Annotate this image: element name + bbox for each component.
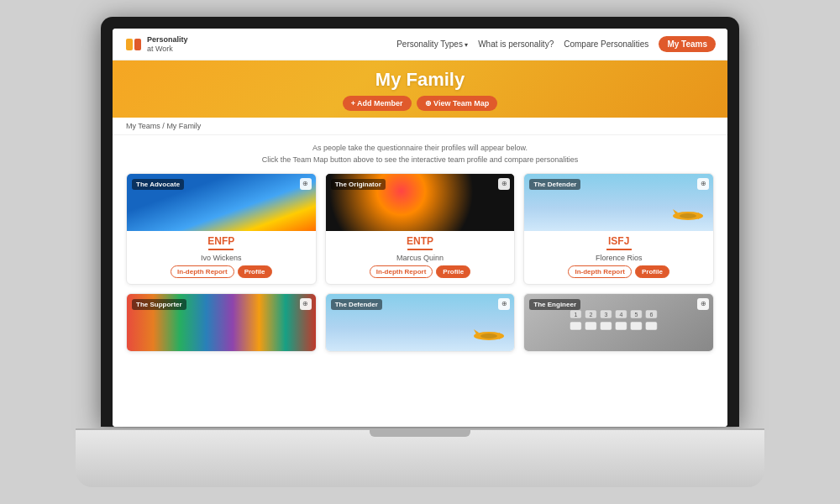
logo-icon (124, 35, 143, 54)
svg-rect-0 (126, 39, 133, 50)
laptop-container: Personality at Work Personality Types Wh… (76, 17, 764, 487)
card-image-defender-2: The Defender ⊕ (326, 294, 515, 351)
card-label-advocate: The Advocate (132, 179, 184, 190)
profile-button-2[interactable]: Profile (635, 265, 669, 278)
card-type-originator: ENTP (333, 235, 508, 247)
in-depth-report-button-0[interactable]: In-depth Report (171, 265, 234, 278)
nav-personality-types[interactable]: Personality Types (396, 39, 468, 49)
svg-text:4: 4 (620, 312, 623, 318)
card-body-originator: ENTP Marcus Quinn In-depth Report Profil… (326, 231, 515, 284)
card-body-advocate: ENFP Ivo Wickens In-depth Report Profile (127, 231, 316, 284)
svg-marker-4 (698, 213, 703, 219)
card-type-advocate: ENFP (134, 235, 309, 247)
view-team-map-button[interactable]: ⊕ View Team Map (417, 96, 498, 111)
instructions: As people take the questionnaire their p… (126, 142, 714, 166)
svg-rect-20 (631, 322, 643, 330)
card-label-defender: The Defender (529, 179, 580, 190)
svg-rect-18 (601, 322, 612, 330)
share-icon-1[interactable]: ⊕ (498, 178, 510, 190)
card-name-defender: Florence Rios (531, 254, 706, 262)
card-image-engineer: 1 2 3 4 5 6 The Engineer ⊕ (524, 294, 713, 351)
laptop-base (76, 428, 764, 487)
nav-compare[interactable]: Compare Personalities (564, 39, 648, 49)
share-icon-5[interactable]: ⊕ (697, 298, 709, 310)
nav-what-is-personality[interactable]: What is personality? (478, 39, 554, 49)
profile-button-1[interactable]: Profile (436, 265, 470, 278)
card-image-advocate: The Advocate ⊕ (127, 174, 316, 231)
laptop-screen-inner: Personality at Work Personality Types Wh… (113, 29, 727, 427)
card-advocate: The Advocate ⊕ ENFP Ivo Wickens In-depth… (126, 173, 317, 285)
card-label-defender-2: The Defender (331, 299, 382, 310)
svg-point-3 (680, 213, 696, 218)
nav-links: Personality Types What is personality? C… (396, 36, 716, 52)
svg-rect-21 (646, 322, 658, 330)
cards-grid: The Advocate ⊕ ENFP Ivo Wickens In-depth… (126, 173, 714, 352)
card-defender-2: The Defender ⊕ (325, 293, 516, 352)
hero-title: My Family (113, 69, 727, 91)
svg-rect-19 (616, 322, 627, 330)
card-image-defender: The Defender ⊕ (524, 174, 713, 231)
svg-point-7 (480, 333, 497, 339)
card-divider-1 (407, 249, 433, 250)
card-actions-advocate: In-depth Report Profile (134, 265, 309, 278)
card-divider-2 (606, 249, 632, 250)
card-actions-defender: In-depth Report Profile (531, 265, 706, 278)
card-label-engineer: The Engineer (529, 299, 580, 310)
svg-text:5: 5 (635, 312, 638, 318)
svg-text:2: 2 (590, 312, 593, 318)
svg-text:3: 3 (605, 312, 608, 318)
hero-banner: My Family + Add Member ⊕ View Team Map (113, 60, 727, 118)
share-icon-2[interactable]: ⊕ (697, 178, 709, 190)
card-type-defender: ISFJ (531, 235, 706, 247)
svg-rect-16 (570, 322, 582, 330)
card-label-originator: The Originator (331, 179, 386, 190)
logo-area: Personality at Work (124, 35, 188, 54)
svg-text:1: 1 (575, 312, 578, 318)
my-teams-button[interactable]: My Teams (659, 36, 716, 52)
card-supporter: The Supporter ⊕ (126, 293, 317, 352)
card-name-advocate: Ivo Wickens (134, 254, 309, 262)
card-label-supporter: The Supporter (132, 299, 186, 310)
card-defender: The Defender ⊕ ISFJ Florence Rios In-dep… (523, 173, 714, 285)
in-depth-report-button-2[interactable]: In-depth Report (568, 265, 632, 278)
card-image-supporter: The Supporter ⊕ (127, 294, 316, 351)
svg-rect-1 (134, 39, 141, 50)
share-icon-4[interactable]: ⊕ (498, 298, 510, 310)
navbar: Personality at Work Personality Types Wh… (113, 29, 727, 60)
card-engineer: 1 2 3 4 5 6 The Engineer ⊕ (523, 293, 714, 352)
main-content: As people take the questionnaire their p… (113, 135, 727, 427)
share-icon[interactable]: ⊕ (300, 178, 312, 190)
card-image-originator: The Originator ⊕ (326, 174, 515, 231)
card-body-defender: ISFJ Florence Rios In-depth Report Profi… (524, 231, 713, 284)
card-name-originator: Marcus Quinn (333, 254, 508, 262)
card-divider (208, 249, 234, 250)
add-member-button[interactable]: + Add Member (343, 96, 412, 111)
in-depth-report-button-1[interactable]: In-depth Report (370, 265, 433, 278)
browser: Personality at Work Personality Types Wh… (113, 29, 727, 427)
card-originator: The Originator ⊕ ENTP Marcus Quinn In-de… (325, 173, 516, 285)
logo-text: Personality at Work (147, 35, 188, 54)
profile-button-0[interactable]: Profile (238, 265, 272, 278)
laptop-screen-outer: Personality at Work Personality Types Wh… (101, 17, 739, 427)
card-actions-originator: In-depth Report Profile (333, 265, 508, 278)
breadcrumb: My Teams / My Family (113, 118, 727, 135)
hero-actions: + Add Member ⊕ View Team Map (113, 96, 727, 111)
svg-marker-8 (499, 333, 504, 339)
svg-rect-17 (585, 322, 597, 330)
share-icon-3[interactable]: ⊕ (300, 298, 312, 310)
svg-text:6: 6 (650, 312, 654, 318)
